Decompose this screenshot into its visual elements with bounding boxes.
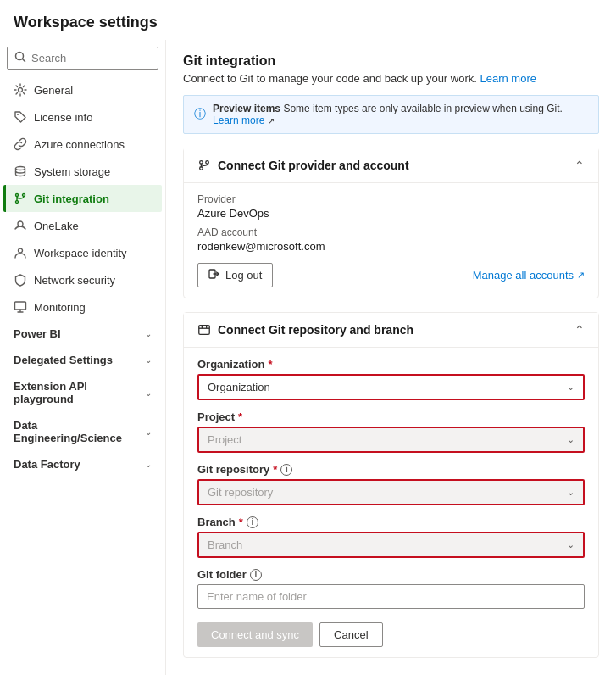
git-folder-info-icon[interactable]: i <box>250 569 262 581</box>
repo-section-card: Connect Git repository and branch ⌃ Orga… <box>183 312 599 658</box>
provider-section-body: Provider Azure DevOps AAD account rodenk… <box>184 183 598 298</box>
chevron-down-icon-data-factory: ⌄ <box>145 460 152 469</box>
chevron-down-icon-extension: ⌄ <box>145 388 152 398</box>
organization-label: Organization * <box>197 358 585 371</box>
sidebar-item-azure-connections[interactable]: Azure connections <box>3 131 162 158</box>
gear-icon <box>14 83 27 97</box>
organization-select[interactable]: Organization ⌄ <box>197 374 585 400</box>
page-title: Workspace settings <box>0 0 616 40</box>
search-input[interactable] <box>31 52 151 64</box>
extension-api-label: Extension API playground <box>14 380 145 405</box>
provider-value: Azure DevOps <box>197 207 585 220</box>
project-required-star: * <box>238 410 242 423</box>
form-actions: Connect and sync Cancel <box>197 622 585 647</box>
git-repository-info-icon[interactable]: i <box>280 464 292 476</box>
tag-icon <box>14 110 27 124</box>
sidebar-item-monitoring[interactable]: Monitoring <box>3 293 162 321</box>
organization-field: Organization * Organization ⌄ <box>197 358 585 400</box>
git-repository-label-text: Git repository <box>197 463 269 476</box>
branch-select[interactable]: Branch ⌄ <box>197 532 585 558</box>
repo-section-title: Connect Git repository and branch <box>218 323 413 337</box>
svg-point-9 <box>19 248 23 253</box>
account-label: AAD account <box>197 226 585 238</box>
lake-icon <box>14 219 27 232</box>
sidebar-item-workspace-identity[interactable]: Workspace identity <box>3 239 162 266</box>
project-select-placeholder: Project <box>208 433 241 446</box>
info-icon-banner: ⓘ <box>194 107 206 122</box>
link-icon <box>14 137 27 151</box>
git-folder-input[interactable] <box>197 584 585 609</box>
learn-more-link-top[interactable]: Learn more <box>480 72 536 85</box>
account-row: AAD account rodenkew@microsoft.com <box>197 226 585 253</box>
sidebar-item-system-storage[interactable]: System storage <box>3 158 162 185</box>
sidebar-item-label-git: Git integration <box>34 192 109 205</box>
svg-point-4 <box>16 167 25 170</box>
branch-info-icon[interactable]: i <box>247 516 258 528</box>
search-box[interactable] <box>7 47 158 70</box>
delegated-label: Delegated Settings <box>14 354 113 366</box>
sidebar-item-network-security[interactable]: Network security <box>3 266 162 293</box>
data-engineering-label: Data Engineering/Science <box>14 419 145 444</box>
sidebar: General License info A <box>0 40 166 675</box>
sidebar-item-general[interactable]: General <box>3 76 162 103</box>
git-folder-label: Git folder i <box>197 568 585 581</box>
chevron-down-icon-delegated: ⌄ <box>145 355 152 365</box>
logout-icon <box>208 268 220 282</box>
project-select[interactable]: Project ⌄ <box>197 427 585 453</box>
provider-section-header: Connect Git provider and account ⌃ <box>184 148 598 183</box>
preview-banner-title: Preview items <box>213 103 280 114</box>
content-subtitle: Connect to Git to manage your code and b… <box>183 72 599 85</box>
sidebar-item-onelake[interactable]: OneLake <box>3 212 162 239</box>
git-icon <box>14 192 27 205</box>
sidebar-section-data-engineering[interactable]: Data Engineering/Science ⌄ <box>3 412 162 451</box>
organization-label-text: Organization <box>197 358 264 371</box>
preview-learn-more-link[interactable]: Learn more <box>213 114 264 126</box>
sidebar-item-git-integration[interactable]: Git integration <box>3 185 162 212</box>
manage-accounts-link[interactable]: Manage all accounts ↗ <box>473 269 585 282</box>
data-factory-label: Data Factory <box>14 458 80 471</box>
sidebar-item-label-azure: Azure connections <box>34 138 125 151</box>
sidebar-section-power-bi[interactable]: Power BI ⌄ <box>3 321 162 347</box>
project-field: Project * Project ⌄ <box>197 410 585 453</box>
sidebar-item-label-general: General <box>34 84 73 97</box>
repo-section-body: Organization * Organization ⌄ Project * <box>184 348 598 657</box>
chevron-down-icon-project: ⌄ <box>567 434 574 445</box>
page-container: Workspace settings <box>0 0 616 675</box>
storage-icon <box>14 165 27 178</box>
svg-point-3 <box>17 114 19 115</box>
provider-section-header-left: Connect Git provider and account <box>197 159 409 172</box>
sidebar-item-license-info[interactable]: License info <box>3 103 162 131</box>
logout-button[interactable]: Log out <box>197 263 273 287</box>
sidebar-item-label-identity: Workspace identity <box>34 247 127 259</box>
chevron-down-icon-repo-field: ⌄ <box>567 487 574 498</box>
provider-section-card: Connect Git provider and account ⌃ Provi… <box>183 148 599 298</box>
git-folder-field: Git folder i <box>197 568 585 609</box>
chevron-down-icon-data-eng: ⌄ <box>145 427 152 437</box>
organization-select-value: Organization <box>208 381 270 393</box>
search-icon <box>14 51 26 65</box>
git-repository-label: Git repository * i <box>197 463 585 476</box>
cancel-button[interactable]: Cancel <box>319 622 382 647</box>
preview-banner: ⓘ Preview items Some item types are only… <box>183 95 599 134</box>
sidebar-section-delegated[interactable]: Delegated Settings ⌄ <box>3 347 162 373</box>
sidebar-item-label-license: License info <box>34 111 92 124</box>
chevron-up-icon-repo: ⌃ <box>574 323 585 337</box>
svg-rect-10 <box>15 302 26 310</box>
shield-icon <box>14 273 27 287</box>
git-repository-field: Git repository * i Git repository ⌄ <box>197 463 585 505</box>
sidebar-section-data-factory[interactable]: Data Factory ⌄ <box>3 451 162 477</box>
repo-section-header: Connect Git repository and branch ⌃ <box>184 313 598 348</box>
chevron-down-icon-branch: ⌄ <box>567 539 574 550</box>
git-repository-select[interactable]: Git repository ⌄ <box>197 479 585 505</box>
provider-row: Provider Azure DevOps <box>197 193 585 220</box>
git-folder-label-text: Git folder <box>197 568 247 581</box>
svg-point-8 <box>18 221 23 226</box>
main-layout: General License info A <box>0 40 616 675</box>
branch-field: Branch * i Branch ⌄ <box>197 516 585 558</box>
connect-sync-button[interactable]: Connect and sync <box>197 622 313 647</box>
sidebar-item-label-monitoring: Monitoring <box>34 301 86 314</box>
git-provider-icon <box>197 159 211 172</box>
branch-label: Branch * i <box>197 516 585 528</box>
sidebar-item-label-network: Network security <box>34 274 115 287</box>
sidebar-section-extension-api[interactable]: Extension API playground ⌄ <box>3 373 162 412</box>
